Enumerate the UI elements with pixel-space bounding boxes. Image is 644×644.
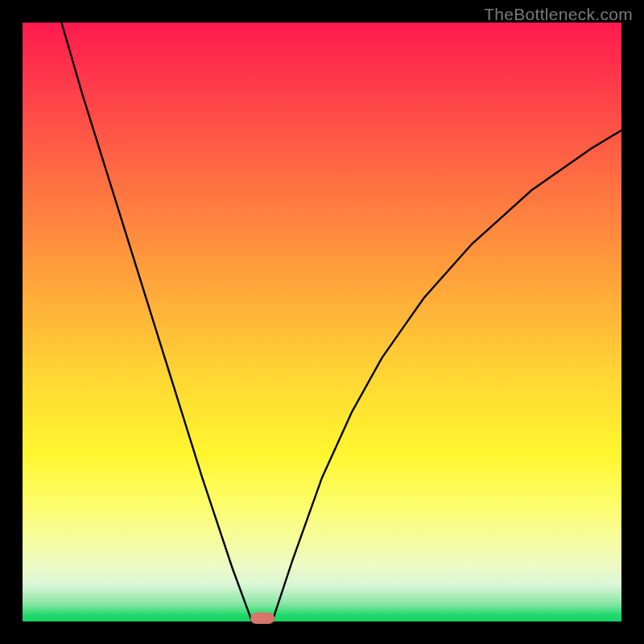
chart-plot-area xyxy=(23,23,621,621)
optimal-marker xyxy=(250,613,275,624)
watermark-text: TheBottleneck.com xyxy=(484,5,633,24)
